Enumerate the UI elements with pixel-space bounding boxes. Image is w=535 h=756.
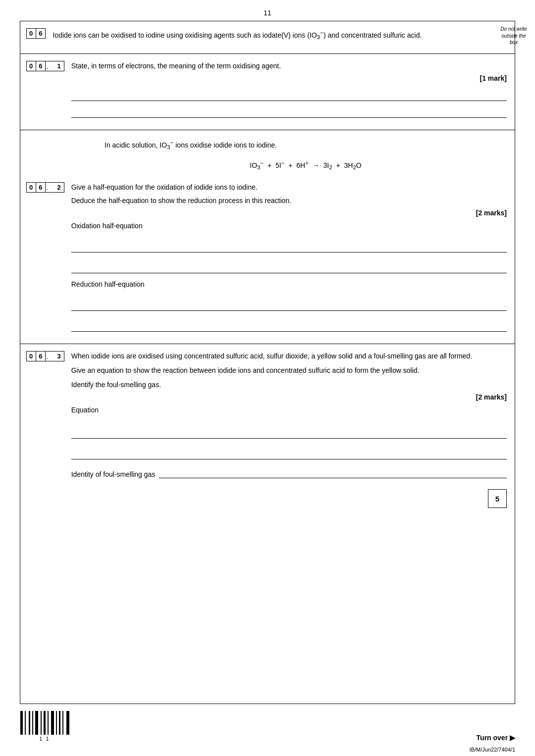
barcode-area: 1 1 [20, 711, 69, 742]
tag-dot-3: . [46, 352, 54, 361]
tag-cell-6b: 6 [36, 61, 46, 71]
question-06-text: Iodide ions can be oxidised to iodine us… [53, 28, 507, 42]
tag-cell-0: 0 [27, 29, 36, 38]
question-06-1-content: State, in terms of electrons, the meanin… [71, 61, 507, 121]
tag-cell-1: 1 [54, 61, 63, 71]
barcode-image [20, 711, 69, 735]
question-06-3-tag: 0 6 . 3 [26, 351, 64, 508]
question-06-3-marks: [2 marks] [71, 393, 507, 401]
question-06-3-content: When iodide ions are oxidised using conc… [71, 351, 507, 508]
answer-reduction-block [71, 293, 507, 332]
tag-cell-0c: 0 [27, 183, 36, 192]
tag-cell-6c: 6 [36, 183, 46, 192]
question-06-2-text-b: Deduce the half-equation to show the red… [71, 196, 507, 206]
question-06-2: 0 6 . 2 Give a half-equation for the oxi… [20, 177, 515, 340]
tag-cell-6d: 6 [36, 352, 46, 361]
question-06-1-text: State, in terms of electrons, the meanin… [71, 61, 507, 71]
tag-cell-0b: 0 [27, 61, 36, 71]
context-text: In acidic solution, IO3− ions oxidise io… [105, 138, 507, 151]
equation-label: Equation [71, 406, 507, 414]
exam-content-border: 0 6 Iodide ions can be oxidised to iodin… [20, 21, 515, 704]
reduction-label: Reduction half-equation [71, 280, 507, 288]
score-area: 5 [71, 483, 507, 508]
question-06-2-text-a: Give a half-equation for the oxidation o… [71, 182, 507, 193]
tag-cell-0d: 0 [27, 352, 36, 361]
identity-row: Identity of foul-smelling gas [71, 467, 507, 478]
answer-oxidation-block [71, 235, 507, 273]
answer-equation-line-2[interactable] [71, 442, 507, 459]
context-section: In acidic solution, IO3− ions oxidise io… [20, 130, 515, 177]
answer-reduction-line-1[interactable] [71, 293, 507, 311]
score-box: 5 [488, 489, 507, 508]
answer-oxidation-line-2[interactable] [71, 255, 507, 273]
question-06-content: Iodide ions can be oxidised to iodine us… [53, 28, 507, 45]
question-06: 0 6 Iodide ions can be oxidised to iodin… [20, 21, 515, 50]
answer-line-1a[interactable] [71, 87, 507, 101]
tag-cell-2: 2 [54, 183, 63, 192]
question-06-1: 0 6 . 1 State, in terms of electrons, th… [20, 54, 515, 126]
question-06-3-text-b: Give an equation to show the reaction be… [71, 365, 507, 376]
question-06-tag: 0 6 [26, 28, 46, 45]
question-06-2-tag: 0 6 . 2 [26, 182, 64, 335]
exam-reference: IB/M/Jun22/7404/1 [0, 744, 535, 753]
answer-06-1-block [71, 87, 507, 118]
turn-over: Turn over ▶ [69, 734, 515, 742]
question-06-1-tag: 0 6 . 1 [26, 61, 64, 121]
tag-cell-6: 6 [36, 29, 45, 38]
question-06-3-text-c: Identify the foul-smelling gas. [71, 380, 507, 390]
tag-dot-1: . [46, 61, 54, 71]
barcode-number: 1 1 [39, 736, 50, 742]
main-equation: IO3− + 5I− + 6H+ → 3I2 + 3H2O [105, 159, 507, 170]
question-06-2-marks: [2 marks] [71, 209, 507, 217]
question-06-3: 0 6 . 3 When iodide ions are oxidised us… [20, 344, 515, 513]
answer-oxidation-line-1[interactable] [71, 235, 507, 252]
identity-answer-line[interactable] [159, 467, 507, 478]
identity-label: Identity of foul-smelling gas [71, 470, 156, 478]
tag-cell-3: 3 [54, 352, 63, 361]
question-06-2-content: Give a half-equation for the oxidation o… [71, 182, 507, 335]
oxidation-label: Oxidation half-equation [71, 222, 507, 230]
tag-dot-2: . [46, 183, 54, 192]
answer-equation-block [71, 419, 507, 459]
answer-line-1b[interactable] [71, 104, 507, 118]
question-06-3-text-a: When iodide ions are oxidised using conc… [71, 351, 507, 361]
question-06-1-marks: [1 mark] [71, 74, 507, 82]
footer: 1 1 Turn over ▶ [0, 704, 535, 744]
page-number: 11 [0, 0, 535, 21]
answer-reduction-line-2[interactable] [71, 314, 507, 332]
answer-equation-line-1[interactable] [71, 419, 507, 439]
